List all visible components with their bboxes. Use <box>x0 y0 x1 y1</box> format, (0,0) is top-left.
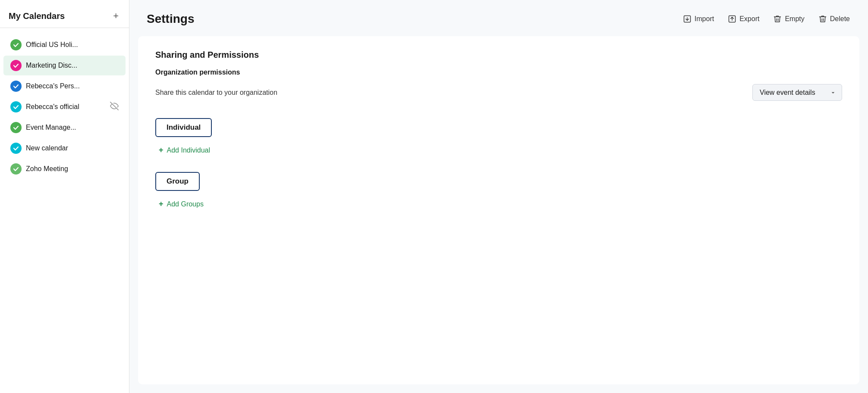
hide-calendar-icon[interactable] <box>110 102 119 112</box>
sidebar-item-rebeccas-pers[interactable]: Rebecca's Pers... <box>3 76 126 96</box>
import-button[interactable]: Import <box>682 13 715 25</box>
add-groups-button[interactable]: + Add Groups <box>159 200 204 209</box>
share-org-label: Share this calendar to your organization <box>155 89 277 97</box>
individual-section: Individual + Add Individual <box>155 115 842 155</box>
calendar-item-label: Marketing Disc... <box>26 62 119 69</box>
sidebar-header: My Calendars + <box>0 10 129 28</box>
sidebar-title: My Calendars <box>9 11 65 21</box>
settings-content: Sharing and Permissions Organization per… <box>138 36 859 384</box>
sidebar-item-marketing-disc[interactable]: Marketing Disc... <box>3 56 126 75</box>
sidebar-item-new-calendar[interactable]: New calendar <box>3 138 126 158</box>
export-button[interactable]: Export <box>727 13 760 25</box>
plus-icon: + <box>159 146 164 155</box>
empty-icon <box>773 15 782 23</box>
calendar-item-label: Rebecca's official <box>26 103 107 111</box>
add-individual-button[interactable]: + Add Individual <box>159 146 210 155</box>
group-box: Group <box>155 172 200 191</box>
calendar-item-label: Event Manage... <box>26 124 119 131</box>
calendar-color-icon <box>10 81 22 92</box>
calendar-color-icon <box>10 39 22 50</box>
export-icon <box>728 15 736 23</box>
calendar-color-icon <box>10 122 22 133</box>
calendar-color-icon <box>10 143 22 154</box>
sidebar-item-zoho-meeting[interactable]: Zoho Meeting <box>3 159 126 179</box>
calendar-color-icon <box>10 101 22 112</box>
delete-button[interactable]: Delete <box>818 13 851 25</box>
import-icon <box>683 15 692 23</box>
calendar-list: Official US Holi... Marketing Disc... Re… <box>0 35 129 179</box>
sidebar: My Calendars + Official US Holi... Marke… <box>0 0 129 393</box>
calendar-item-label: Official US Holi... <box>26 41 119 49</box>
calendar-item-label: New calendar <box>26 144 119 152</box>
sidebar-item-official-us[interactable]: Official US Holi... <box>3 35 126 55</box>
delete-icon <box>818 15 827 23</box>
calendar-color-icon <box>10 163 22 175</box>
share-permissions-select[interactable]: View event details View all event detail… <box>752 84 842 101</box>
sidebar-item-rebeccas-official[interactable]: Rebecca's official <box>3 97 126 117</box>
sharing-section-title: Sharing and Permissions <box>155 36 842 69</box>
org-permissions-label: Organization permissions <box>155 69 842 76</box>
add-calendar-button[interactable]: + <box>111 10 120 22</box>
page-title: Settings <box>147 12 194 26</box>
plus-icon: + <box>159 200 164 209</box>
calendar-color-icon <box>10 60 22 71</box>
share-org-row: Share this calendar to your organization… <box>155 84 842 101</box>
header-actions: Import Export Empty Delete <box>682 13 851 25</box>
calendar-item-label: Zoho Meeting <box>26 165 119 173</box>
main-header: Settings Import Export Empty Delete <box>129 0 868 36</box>
individual-box: Individual <box>155 118 212 137</box>
empty-button[interactable]: Empty <box>772 13 805 25</box>
main-content: Settings Import Export Empty Delete Shar… <box>129 0 868 393</box>
group-section: Group + Add Groups <box>155 168 842 209</box>
sidebar-item-event-manage[interactable]: Event Manage... <box>3 118 126 137</box>
calendar-item-label: Rebecca's Pers... <box>26 82 119 90</box>
